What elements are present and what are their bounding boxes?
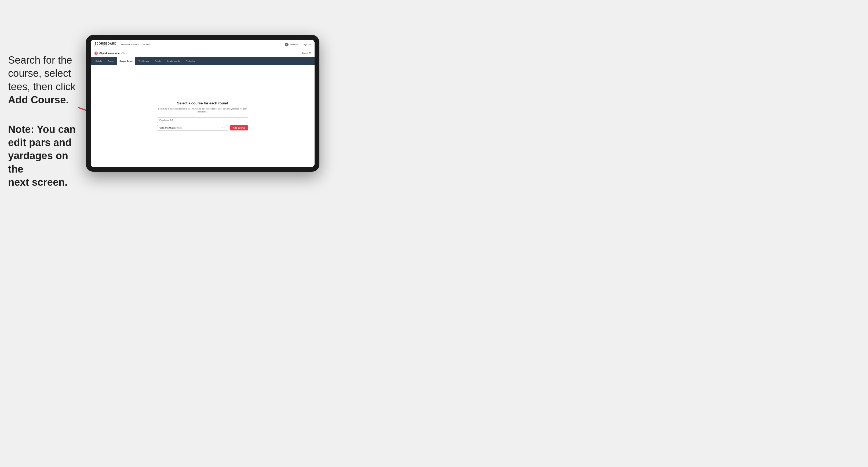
tab-teams[interactable]: Teams [105, 57, 116, 65]
tablet-screen: SCOREBOARD Powered by clippd TOURNAMENTS… [91, 40, 315, 167]
tee-clear-icon[interactable]: ✕ [222, 127, 223, 129]
tee-select[interactable]: Gold (M) (M) (7010 yds) ✕ ⌃ [157, 125, 228, 131]
logo-sub: Powered by clippd [94, 45, 117, 47]
annotation-note: Note: You can edit pars and yardages on … [8, 123, 83, 189]
add-course-button[interactable]: Add Course [230, 125, 248, 130]
tee-select-controls: ✕ ⌃ [222, 127, 226, 129]
signout-link[interactable]: Sign out [303, 43, 311, 45]
user-avatar: T [285, 43, 288, 46]
tablet-device: SCOREBOARD Powered by clippd TOURNAMENTS… [86, 35, 319, 172]
cancel-button[interactable]: Cancel✕ [302, 52, 311, 54]
logo-title: SCOREBOARD [94, 42, 117, 45]
annotation-line3: tees, then click [8, 80, 83, 93]
logo-area: SCOREBOARD Powered by clippd [94, 42, 117, 47]
tab-leaderboards[interactable]: Leaderboards [165, 57, 183, 65]
course-search-input[interactable] [157, 117, 248, 123]
annotation-line2: course, select [8, 67, 83, 80]
nav-teams[interactable]: TEAMS [143, 43, 151, 45]
course-card: Select a course for each round Search fo… [157, 101, 248, 131]
tournament-icon: C [94, 52, 98, 55]
user-name: Test User [290, 43, 299, 45]
nav-links: TOURNAMENTS TEAMS [121, 43, 285, 45]
tournament-badge: (Men) [121, 52, 127, 54]
tournament-header: C Clippd Invitational (Men) Cancel✕ [91, 50, 315, 57]
main-content: Select a course for each round Search fo… [91, 65, 315, 167]
tab-tee-groups[interactable]: Tee Groups [136, 57, 152, 65]
tee-expand-icon[interactable]: ⌃ [224, 127, 226, 129]
tournament-name: Clippd Invitational [99, 52, 120, 55]
tab-bar: Details Teams Course Setup Tee Groups Re… [91, 57, 315, 65]
section-title: Select a course for each round [157, 101, 248, 105]
tab-details[interactable]: Details [93, 57, 104, 65]
section-desc: Search for a course and select a tee. Yo… [157, 107, 248, 114]
tee-select-value: Gold (M) (M) (7010 yds) [159, 127, 182, 129]
tab-results[interactable]: Results [152, 57, 164, 65]
nav-tournaments[interactable]: TOURNAMENTS [121, 43, 139, 45]
annotation-line1: Search for the [8, 54, 83, 67]
annotation-block: Search for the course, select tees, then… [8, 54, 83, 189]
tab-printables[interactable]: Printables [183, 57, 197, 65]
tab-course-setup[interactable]: Course Setup [117, 57, 135, 65]
tee-select-row: Gold (M) (M) (7010 yds) ✕ ⌃ Add Course [157, 125, 248, 131]
divider: | [301, 43, 302, 45]
user-area: T Test User | Sign out [285, 43, 311, 46]
annotation-line4: Add Course. [8, 93, 83, 106]
top-nav: SCOREBOARD Powered by clippd TOURNAMENTS… [91, 40, 315, 50]
